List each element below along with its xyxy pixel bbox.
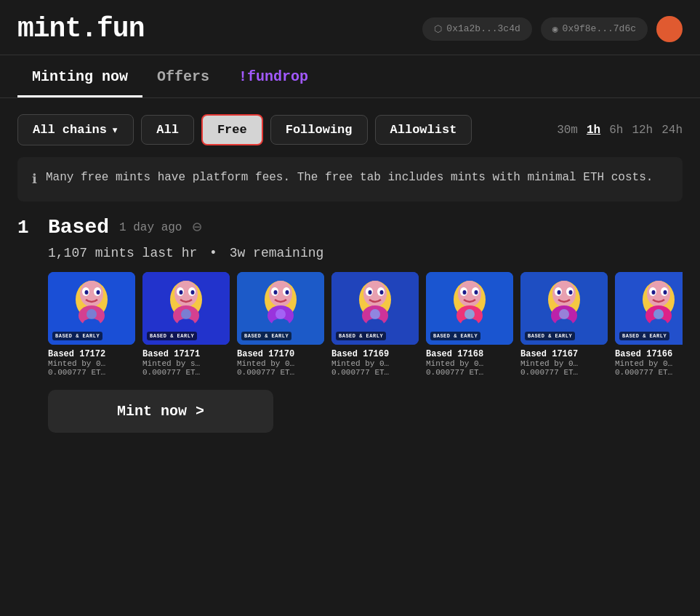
- filter-free-label: Free: [217, 123, 247, 137]
- svg-point-38: [366, 319, 384, 330]
- nft-card[interactable]: BASED & EARLY Based 17170 Minted by 0… 0…: [237, 272, 324, 377]
- filter-allowlist-button[interactable]: Allowlist: [375, 115, 472, 145]
- collection-time-ago: 1 day ago: [119, 221, 182, 234]
- nft-image: BASED & EARLY: [426, 272, 513, 345]
- wallet-pill-2[interactable]: ◉ 0x9f8e...7d6c: [541, 17, 648, 41]
- mint-now-button[interactable]: Mint now >: [48, 390, 273, 433]
- nft-card[interactable]: BASED & EARLY Based 17168 Minted by 0… 0…: [426, 272, 513, 377]
- mint-now-label: Mint now >: [117, 403, 204, 420]
- svg-point-9: [87, 309, 97, 319]
- nft-title: Based 17168: [426, 349, 513, 359]
- nft-card[interactable]: BASED & EARLY Based 17172 Minted by 0… 0…: [48, 272, 135, 377]
- svg-point-45: [463, 290, 467, 295]
- wallet-icon: ⬡: [434, 23, 442, 35]
- nft-image: BASED & EARLY: [237, 272, 324, 345]
- nft-badge: BASED & EARLY: [525, 332, 575, 340]
- nft-price: 0.000777 ET…: [142, 368, 230, 377]
- nft-badge: BASED & EARLY: [619, 332, 669, 340]
- svg-point-36: [380, 290, 384, 295]
- info-banner-text: Many free mints have platform fees. The …: [46, 169, 653, 186]
- nft-minted-by: Minted by s…: [142, 359, 230, 368]
- svg-point-58: [555, 319, 573, 330]
- all-chains-button[interactable]: All chains ▾: [17, 114, 134, 145]
- svg-point-18: [177, 319, 195, 330]
- svg-point-15: [180, 290, 183, 295]
- nft-card[interactable]: BASED & EARLY Based 17171 Minted by s… 0…: [142, 272, 230, 377]
- nft-card[interactable]: BASED & EARLY Based 17166 Minted by 0… 0…: [615, 272, 683, 377]
- tab-minting-now[interactable]: Minting now: [17, 55, 142, 97]
- wallet-address-2: 0x9f8e...7d6c: [563, 23, 636, 34]
- collection-section: 1 Based 1 day ago ⊖ 1,107 mints last hr …: [0, 216, 700, 433]
- nft-badge: BASED & EARLY: [147, 332, 197, 340]
- svg-point-5: [85, 290, 89, 295]
- nft-title: Based 17169: [331, 349, 419, 359]
- nft-minted-by: Minted by 0…: [615, 359, 683, 368]
- nft-minted-by: Minted by 0…: [48, 359, 135, 368]
- nft-price: 0.000777 ET…: [615, 368, 683, 377]
- nft-minted-by: Minted by 0…: [426, 359, 513, 368]
- nft-title: Based 17167: [520, 349, 608, 359]
- all-chains-label: All chains: [33, 123, 107, 137]
- svg-point-19: [181, 309, 191, 319]
- svg-point-46: [475, 290, 478, 295]
- collection-rank: 1: [17, 217, 38, 239]
- svg-point-39: [370, 309, 380, 319]
- header: mint.fun ⬡ 0x1a2b...3c4d ◉ 0x9f8e...7d6c: [0, 0, 700, 55]
- time-1h[interactable]: 1h: [587, 124, 600, 137]
- nft-badge: BASED & EARLY: [336, 332, 386, 340]
- svg-point-68: [650, 319, 667, 330]
- mints-last-hr: 1,107 mints last hr: [48, 246, 197, 260]
- nft-badge: BASED & EARLY: [52, 332, 102, 340]
- wallet-pill-1[interactable]: ⬡ 0x1a2b...3c4d: [422, 17, 531, 41]
- tab-fundrop[interactable]: !fundrop: [224, 55, 323, 97]
- svg-point-6: [97, 290, 100, 295]
- filter-free-button[interactable]: Free: [201, 114, 263, 145]
- nft-price: 0.000777 ET…: [331, 368, 419, 377]
- svg-point-35: [369, 290, 372, 295]
- tab-offers[interactable]: Offers: [142, 55, 224, 97]
- nav-tabs: Minting now Offers !fundrop: [0, 55, 700, 98]
- collection-minus-button[interactable]: ⊖: [192, 217, 201, 237]
- time-6h[interactable]: 6h: [609, 124, 623, 137]
- svg-point-56: [569, 290, 573, 295]
- nft-grid: BASED & EARLY Based 17172 Minted by 0… 0…: [48, 272, 683, 377]
- nft-image: BASED & EARLY: [520, 272, 608, 345]
- time-remaining: 3w remaining: [230, 246, 324, 260]
- filter-following-button[interactable]: Following: [270, 115, 368, 145]
- nft-image: BASED & EARLY: [331, 272, 419, 345]
- svg-point-26: [286, 290, 289, 295]
- svg-point-16: [191, 290, 195, 295]
- nft-minted-by: Minted by 0…: [331, 359, 419, 368]
- nft-card[interactable]: BASED & EARLY Based 17167 Minted by 0… 0…: [520, 272, 608, 377]
- svg-point-28: [272, 319, 289, 330]
- svg-point-8: [83, 319, 100, 330]
- filter-following-label: Following: [286, 123, 353, 137]
- nft-image: BASED & EARLY: [142, 272, 230, 345]
- collection-name[interactable]: Based: [48, 216, 109, 239]
- nft-title: Based 17172: [48, 349, 135, 359]
- nft-title: Based 17170: [237, 349, 324, 359]
- time-24h[interactable]: 24h: [661, 124, 683, 137]
- collection-header: 1 Based 1 day ago ⊖: [17, 216, 683, 239]
- svg-point-29: [275, 309, 286, 319]
- svg-point-49: [464, 309, 475, 319]
- nft-price: 0.000777 ET…: [520, 368, 608, 377]
- filter-allowlist-label: Allowlist: [390, 123, 457, 137]
- nft-card[interactable]: BASED & EARLY Based 17169 Minted by 0… 0…: [331, 272, 419, 377]
- svg-point-69: [653, 309, 664, 319]
- svg-point-25: [274, 290, 278, 295]
- logo: mint.fun: [17, 13, 144, 44]
- info-banner: ℹ Many free mints have platform fees. Th…: [17, 157, 683, 201]
- time-12h[interactable]: 12h: [632, 124, 653, 137]
- mint-button-container: Mint now >: [48, 390, 683, 433]
- svg-point-48: [461, 319, 478, 330]
- info-icon: ℹ: [32, 170, 37, 190]
- filter-all-button[interactable]: All: [141, 115, 194, 145]
- avatar[interactable]: [656, 16, 683, 42]
- nft-title: Based 17171: [142, 349, 230, 359]
- time-30m[interactable]: 30m: [557, 124, 578, 137]
- filter-bar: All chains ▾ All Free Following Allowlis…: [0, 98, 700, 157]
- nft-image: BASED & EARLY: [48, 272, 135, 345]
- nft-badge: BASED & EARLY: [241, 332, 291, 340]
- nft-title: Based 17166: [615, 349, 683, 359]
